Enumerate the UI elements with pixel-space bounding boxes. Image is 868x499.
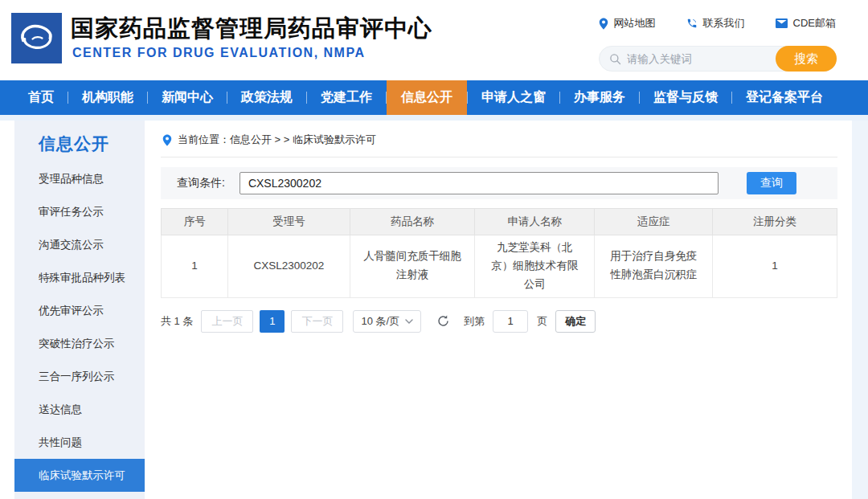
nav-item-party[interactable]: 党建工作 <box>307 80 386 115</box>
sidebar-item-delivery-info[interactable]: 送达信息 <box>14 393 145 426</box>
nav-item-home[interactable]: 首页 <box>14 80 68 115</box>
site-header: 国家药品监督管理局药品审评中心 CENTER FOR DRUG EVALUATI… <box>0 0 868 80</box>
page-number-button[interactable]: 1 <box>260 310 285 333</box>
mail-icon <box>776 18 788 28</box>
page-size-select[interactable]: 10 条/页 <box>353 310 421 333</box>
phone-icon <box>686 18 698 29</box>
content: 信息公开 受理品种信息 审评任务公示 沟通交流公示 特殊审批品种列表 优先审评公… <box>0 121 868 499</box>
nav-item-info-disclosure[interactable]: 信息公开 <box>387 80 467 115</box>
refresh-icon[interactable] <box>436 314 450 328</box>
sitemap-link[interactable]: 网站地图 <box>599 16 656 31</box>
sidebar-item-priority-review[interactable]: 优先审评公示 <box>14 294 145 327</box>
nav-item-services[interactable]: 办事服务 <box>560 80 639 115</box>
query-panel: 查询条件: 查询 <box>161 167 837 199</box>
sidebar: 信息公开 受理品种信息 审评任务公示 沟通交流公示 特殊审批品种列表 优先审评公… <box>14 121 145 499</box>
sidebar-item-accepted-varieties[interactable]: 受理品种信息 <box>14 162 145 195</box>
sidebar-title: 信息公开 <box>14 121 145 162</box>
breadcrumb: 当前位置：信息公开 > > 临床试验默示许可 <box>161 121 837 157</box>
search-icon <box>609 53 621 65</box>
location-pin-icon <box>599 18 608 30</box>
cell-applicant-name: 九芝堂美科（北京）细胞技术有限公司 <box>475 235 595 298</box>
sidebar-item-three-in-one[interactable]: 三合一序列公示 <box>14 360 145 393</box>
sidebar-item-common-issues[interactable]: 共性问题 <box>14 426 145 459</box>
sidebar-item-breakthrough-therapy[interactable]: 突破性治疗公示 <box>14 327 145 360</box>
cell-registration-class: 1 <box>713 235 837 298</box>
nav-sub-strip <box>0 115 868 121</box>
sidebar-item-clinical-trial-implied-license[interactable]: 临床试验默示许可 <box>14 459 145 492</box>
col-header-indication: 适应症 <box>595 209 713 235</box>
query-input[interactable] <box>240 172 719 194</box>
prev-page-button[interactable]: 上一页 <box>201 310 253 333</box>
pagination-total: 共 1 条 <box>161 314 193 329</box>
results-table: 序号 受理号 药品名称 申请人名称 适应症 注册分类 1 CXSL2300202… <box>161 208 837 298</box>
main-nav: 首页 机构职能 新闻中心 政策法规 党建工作 信息公开 申请人之窗 办事服务 监… <box>0 80 868 115</box>
search-button[interactable]: 搜索 <box>776 46 837 72</box>
goto-page-unit: 页 <box>537 314 547 329</box>
right-margin-strip <box>852 121 868 499</box>
col-header-applicant-name: 申请人名称 <box>475 209 595 235</box>
nav-item-registration-platform[interactable]: 登记备案平台 <box>732 80 837 115</box>
goto-page-input[interactable] <box>493 310 528 333</box>
col-header-acceptance-number: 受理号 <box>228 209 350 235</box>
breadcrumb-text: 当前位置：信息公开 > > 临床试验默示许可 <box>178 133 376 147</box>
mailbox-link[interactable]: CDE邮箱 <box>776 16 836 31</box>
quick-links: 网站地图 联系我们 CDE邮箱 <box>599 16 836 31</box>
main-panel: 当前位置：信息公开 > > 临床试验默示许可 查询条件: 查询 序号 受理号 药… <box>161 121 837 499</box>
sitemap-label: 网站地图 <box>614 16 656 31</box>
query-label: 查询条件: <box>177 176 225 190</box>
contact-label: 联系我们 <box>703 16 745 31</box>
nav-item-news[interactable]: 新闻中心 <box>148 80 227 115</box>
col-header-drug-name: 药品名称 <box>350 209 475 235</box>
cde-logo[interactable] <box>11 13 62 63</box>
cell-drug-name: 人骨髓间充质干细胞注射液 <box>350 235 475 298</box>
cde-logo-icon <box>11 13 62 63</box>
breadcrumb-pin-icon <box>162 134 172 146</box>
table-header-row: 序号 受理号 药品名称 申请人名称 适应症 注册分类 <box>162 209 837 235</box>
sidebar-item-special-approval[interactable]: 特殊审批品种列表 <box>14 261 145 294</box>
col-header-registration-class: 注册分类 <box>713 209 837 235</box>
cell-indication: 用于治疗自身免疫性肺泡蛋白沉积症 <box>595 235 713 298</box>
nav-item-supervision[interactable]: 监督与反馈 <box>640 80 731 115</box>
query-button[interactable]: 查询 <box>747 172 796 194</box>
site-title-en: CENTER FOR DRUG EVALUATION, NMPA <box>72 46 365 60</box>
search-input[interactable] <box>627 53 776 65</box>
confirm-button[interactable]: 确定 <box>555 310 596 333</box>
nav-item-applicant-window[interactable]: 申请人之窗 <box>468 80 559 115</box>
cell-index: 1 <box>162 235 228 298</box>
site-title-cn: 国家药品监督管理局药品审评中心 <box>71 13 432 45</box>
col-header-index: 序号 <box>162 209 228 235</box>
nav-item-functions[interactable]: 机构职能 <box>68 80 147 115</box>
chevron-down-icon <box>405 319 413 324</box>
sidebar-item-communication[interactable]: 沟通交流公示 <box>14 228 145 261</box>
page-size-value: 10 条/页 <box>361 314 399 329</box>
search-bar: 搜索 <box>599 46 837 72</box>
goto-page-label: 到第 <box>464 314 485 329</box>
next-page-button[interactable]: 下一页 <box>291 310 343 333</box>
page: 国家药品监督管理局药品审评中心 CENTER FOR DRUG EVALUATI… <box>0 0 868 499</box>
table-row: 1 CXSL2300202 人骨髓间充质干细胞注射液 九芝堂美科（北京）细胞技术… <box>162 235 837 298</box>
sidebar-item-review-tasks[interactable]: 审评任务公示 <box>14 195 145 228</box>
nav-item-policy[interactable]: 政策法规 <box>227 80 306 115</box>
cell-acceptance-number: CXSL2300202 <box>228 235 350 298</box>
mailbox-label: CDE邮箱 <box>793 16 836 31</box>
pagination: 共 1 条 上一页 1 下一页 10 条/页 到第 页 确定 <box>161 310 837 333</box>
contact-link[interactable]: 联系我们 <box>686 16 745 31</box>
